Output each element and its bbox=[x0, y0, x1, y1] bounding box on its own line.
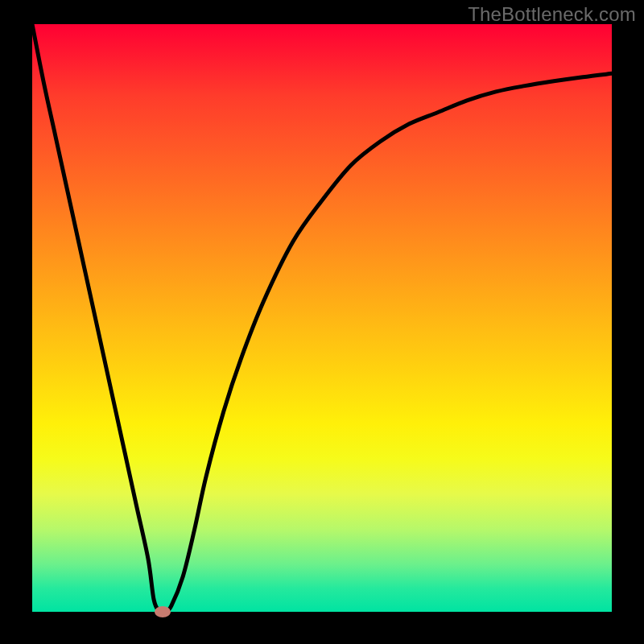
curve-layer bbox=[32, 24, 612, 612]
optimum-marker bbox=[155, 606, 171, 617]
chart-frame: TheBottleneck.com bbox=[0, 0, 644, 644]
bottleneck-curve-path bbox=[32, 24, 612, 612]
plot-area bbox=[32, 24, 612, 612]
watermark-text: TheBottleneck.com bbox=[468, 3, 636, 26]
